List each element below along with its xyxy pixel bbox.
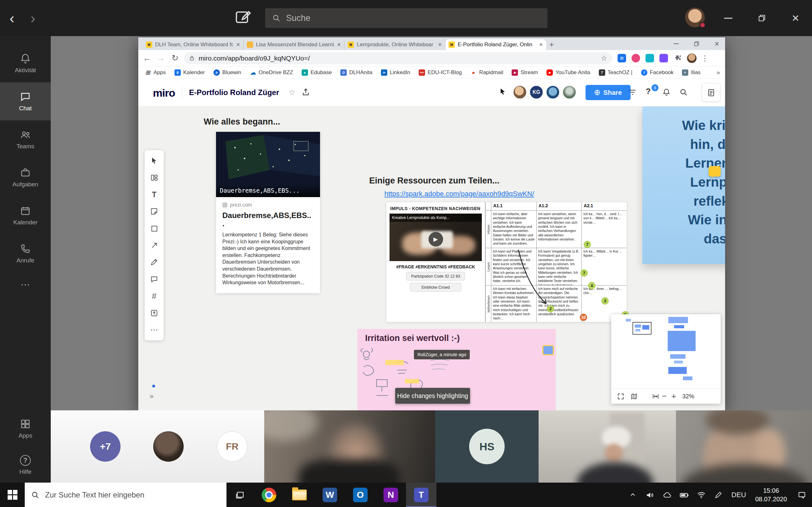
board-search-icon[interactable] [679,88,688,96]
participation-code-pill[interactable]: Partizipation Code 32 12 83 [406,272,465,280]
help-icon[interactable]: ? [646,87,651,96]
chrome-menu-icon[interactable]: ⋮ [701,54,709,63]
canvas-heading-begin[interactable]: Wie alles begann... [204,117,280,127]
palette-collapse-chevron[interactable]: » [150,392,154,400]
bookmark-ilias[interactable]: ILIlias [682,69,700,76]
tab-close-icon[interactable]: ✕ [438,42,442,48]
blue-sticky-note[interactable]: Wie kriegs hin, das Lernende Lernpro ref… [642,107,725,264]
battery-icon[interactable] [676,490,693,500]
crowd-pill[interactable]: Einblicke Crowd [410,283,461,291]
bookmark-bluewin[interactable]: bBluewin [213,69,241,76]
arrow-tool[interactable] [145,237,164,253]
resource-embed[interactable]: IMPULS - KOMPETENZEN NACHWEISEN Kreative… [386,202,627,322]
new-chat-icon[interactable] [234,8,251,25]
collaboration-cursor-icon[interactable] [499,88,507,96]
sidebar-item-aufgaben[interactable]: Aufgaben [0,158,51,196]
window-minimize-button[interactable] [715,0,742,36]
browser-reload-button[interactable]: ↻ [168,53,182,63]
sidebar-item-apps[interactable]: Apps [0,410,51,448]
sticky-note-tool[interactable] [145,203,164,220]
video-player[interactable]: Kreative Lernprodukte als Komp... ▶ [390,214,482,261]
volume-icon[interactable] [641,491,658,499]
bookmark-edu-ict-blog[interactable]: bzzEDU-ICT-Blog [419,69,462,76]
chrome-close-button[interactable]: ✕ [708,38,726,50]
taskbar-search[interactable]: Zur Suche Text hier eingeben [25,483,226,507]
frame-tool[interactable]: # [145,288,164,304]
zoom-level[interactable]: 32% [682,393,694,400]
taskbar-onenote-icon[interactable]: N [375,483,406,507]
extension-icon-1[interactable]: ⊞ [618,54,626,62]
new-tab-button[interactable]: + [546,39,557,50]
board-title[interactable]: E-Portfolio Roland Züger [189,88,279,97]
taskbar-explorer-icon[interactable] [284,483,315,507]
start-button[interactable] [0,483,25,507]
bookmark-dlhanita[interactable]: DDLHAnita [340,69,372,76]
bookmark-facebook[interactable]: fFacebook [641,69,674,76]
notifications-bell-icon[interactable] [662,88,670,96]
hide-changes-button[interactable]: Hide changes highlighting [395,388,470,404]
text-tool[interactable]: T [145,186,164,203]
comment-tag-icon[interactable] [709,166,721,176]
minimap-panel[interactable]: − + 32% [611,314,721,404]
participant-avatar-photo[interactable] [153,431,184,462]
templates-tool[interactable] [145,169,164,186]
onedrive-cloud-icon[interactable] [658,491,676,499]
sidebar-more-button[interactable]: ⋯ [0,273,51,296]
user-avatar[interactable] [685,8,705,27]
action-center-icon[interactable] [792,491,812,499]
zoom-out-button[interactable]: − [659,391,669,401]
extension-icon-3[interactable] [646,54,654,62]
taskbar-outlook-icon[interactable]: O [345,483,375,507]
export-board-icon[interactable] [301,88,310,96]
bookmark-teachoz[interactable]: TTeachOZ | [599,69,632,76]
sidebar-item-kalender[interactable]: Kalender [0,196,51,234]
miro-canvas[interactable]: Wie alles begann... Dauerbremse,ABS,EBS.… [138,107,725,410]
browser-forward-button[interactable]: → [154,53,168,63]
minimap-viewport[interactable] [611,314,721,389]
bookmark-edubase[interactable]: eEdubase [302,69,332,76]
bookmark-stream[interactable]: ▶Stream [512,69,538,76]
task-view-button[interactable] [226,483,254,507]
fullscreen-icon[interactable] [617,393,624,400]
chrome-profile-avatar[interactable] [687,54,697,63]
tab-close-icon[interactable]: ✕ [236,42,240,48]
browser-tab-1[interactable]: M DLH Team, Online Whiteboard fo ✕ [143,39,244,50]
pen-tool[interactable] [145,254,164,271]
window-close-button[interactable]: ✕ [782,0,809,36]
bookmark-rapidmail[interactable]: ▸Rapidmail [470,69,503,76]
sidebar-item-hilfe[interactable]: ? Hilfe [0,448,51,483]
play-button[interactable]: ▶ [428,232,443,246]
fit-to-screen-icon[interactable] [652,393,659,400]
extensions-puzzle-icon[interactable] [673,54,682,62]
minimap-view-frame[interactable] [632,322,652,335]
sidebar-item-anrufe[interactable]: Anrufe [0,234,51,273]
language-indicator[interactable]: DEU [727,491,751,499]
wifi-icon[interactable] [693,491,710,499]
bookmark-linkedin[interactable]: inLinkedIn [381,69,410,76]
select-tool[interactable] [145,152,164,169]
bookmark-kalender[interactable]: 8Kalender [174,69,205,76]
address-bar[interactable]: miro.com/app/board/o9J_kqNQYUo=/ ☆ [184,52,612,64]
teams-forward-button[interactable]: › [31,11,35,25]
bookmark-star-icon[interactable]: ☆ [601,54,607,62]
zoom-in-button[interactable]: + [669,391,678,401]
tab-close-icon[interactable]: ✕ [539,42,543,48]
browser-tab-2[interactable]: Lisa Messenzehl Blended Learni ✕ [244,39,345,50]
taskbar-clock[interactable]: 15:06 08.07.2020 [751,487,792,504]
video-tile-participant-hs[interactable]: HS [435,410,539,483]
browser-back-button[interactable]: ← [140,53,154,63]
browser-tab-4-active[interactable]: M E-Portfolio Roland Züger, Onlin ✕ [445,39,546,50]
teams-search[interactable]: Suche [265,8,548,28]
video-tile-participant-4[interactable] [676,410,812,483]
sidebar-item-aktivitaet[interactable]: Aktivität [0,44,51,82]
taskbar-teams-icon[interactable]: T [406,483,437,507]
taskbar-word-icon[interactable]: W [315,483,345,507]
filters-icon[interactable] [628,88,637,96]
sidebar-item-chat[interactable]: Chat [0,82,51,120]
prezi-card[interactable]: Dauerbremse,ABS,EBS... prezi.com Dauerbr… [216,132,320,293]
resource-link[interactable]: https://spark.adobe.com/page/aaxoh9d9qSw… [385,190,534,198]
extension-icon-4[interactable] [659,54,668,62]
sidebar-item-teams[interactable]: Teams [0,120,51,158]
window-restore-button[interactable] [749,0,775,36]
chrome-minimize-button[interactable] [667,38,685,50]
